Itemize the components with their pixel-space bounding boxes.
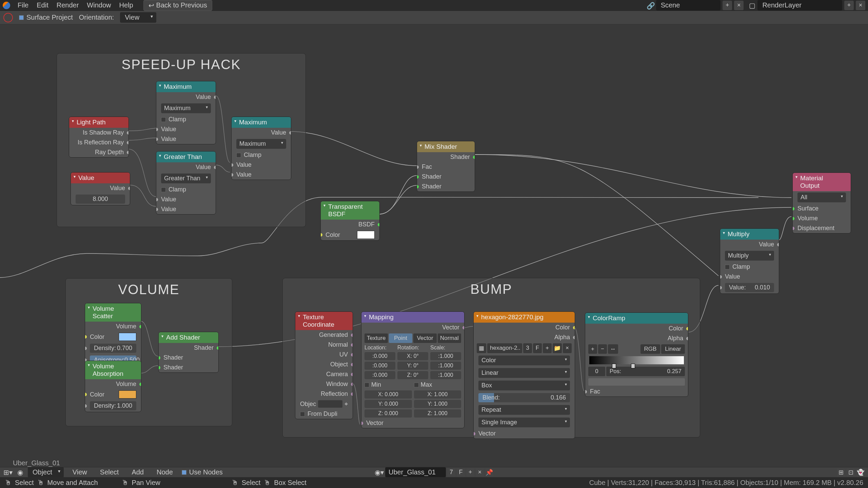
ramp-stop-1[interactable] xyxy=(631,364,635,368)
node-math-maximum-2[interactable]: Maximum Value Maximum Clamp Value Value xyxy=(231,117,291,180)
from-dupli-checkbox[interactable] xyxy=(300,412,305,416)
renderlayer-name-field[interactable]: RenderLayer xyxy=(757,0,842,11)
scl-y[interactable]: :1.000 xyxy=(430,362,461,370)
use-nodes-toggle[interactable]: Use Nodes xyxy=(182,468,223,476)
node-header[interactable]: Add Shader xyxy=(159,332,218,343)
material-unlink-button[interactable]: × xyxy=(476,468,484,476)
node-light-path[interactable]: Light Path Is Shadow Ray Is Reflection R… xyxy=(69,117,129,158)
node-header[interactable]: Light Path xyxy=(69,117,129,128)
unlink-button[interactable]: × xyxy=(563,343,572,353)
node-header[interactable]: Greater Than xyxy=(156,151,216,162)
material-fake-user[interactable]: F xyxy=(457,468,465,476)
node-image-texture[interactable]: hexagon-2822770.jpg Color Alpha ▦ hexago… xyxy=(473,311,575,439)
scl-x[interactable]: :1.000 xyxy=(430,352,461,360)
node-header[interactable]: Mapping xyxy=(361,312,464,323)
stop-position[interactable]: Pos:0.257 xyxy=(606,367,685,376)
rot-x[interactable]: X: 0° xyxy=(397,352,428,360)
min-z[interactable]: Z: 0.000 xyxy=(364,409,412,418)
node-material-output[interactable]: Material Output All Surface Volume Displ… xyxy=(792,172,851,233)
open-image-icon[interactable]: 📁 xyxy=(553,343,562,353)
loc-z[interactable]: :0.000 xyxy=(364,371,395,379)
blend-field[interactable]: Blend:0.166 xyxy=(478,393,570,402)
node-volume-absorption[interactable]: Volume Absorption Volume Color Density:1… xyxy=(85,361,141,412)
ramp-stop-0[interactable] xyxy=(612,364,616,368)
node-header[interactable]: Transparent BSDF xyxy=(321,201,379,220)
rot-y[interactable]: Y: 0° xyxy=(397,362,428,370)
clamp-checkbox[interactable] xyxy=(161,187,166,192)
users-count[interactable]: 3 xyxy=(523,343,532,353)
shading-mode-icon[interactable]: ◉ xyxy=(17,468,23,476)
renderlayer-delete-button[interactable]: × xyxy=(856,1,865,10)
node-header[interactable]: Volume Absorption xyxy=(85,361,141,379)
node-header[interactable]: Value xyxy=(71,172,130,183)
overlay-icon[interactable]: ⊡ xyxy=(847,468,855,476)
material-new-button[interactable]: + xyxy=(466,468,474,476)
fake-user-button[interactable]: F xyxy=(533,343,542,353)
tab-texture[interactable]: Texture xyxy=(364,333,388,343)
clamp-checkbox[interactable] xyxy=(161,117,166,122)
menu-file[interactable]: File xyxy=(14,1,33,9)
menu-help[interactable]: Help xyxy=(115,1,137,9)
min-y[interactable]: Y: 0.000 xyxy=(364,400,412,408)
node-math-greater-than[interactable]: Greater Than Value Greater Than Clamp Va… xyxy=(156,151,216,215)
target-select[interactable]: All xyxy=(797,192,846,202)
menu-edit[interactable]: Edit xyxy=(33,1,52,9)
color-mode-select[interactable]: RGB xyxy=(640,344,660,354)
extension-select[interactable]: Repeat xyxy=(478,405,570,415)
node-editor-canvas[interactable]: SPEED-UP HACK Light Path Is Shadow Ray I… xyxy=(0,24,868,467)
node-colorramp[interactable]: ColorRamp Color Alpha + − ↔ RGB Linear 0… xyxy=(585,312,688,397)
node-value[interactable]: Value Value 8.000 xyxy=(71,172,130,205)
node-math-multiply[interactable]: Multiply Value Multiply Clamp Value Valu… xyxy=(720,228,779,294)
node-add-shader[interactable]: Add Shader Shader Shader Shader xyxy=(158,332,219,373)
material-name-field[interactable]: Uber_Glass_01 xyxy=(385,467,446,477)
ramp-add-button[interactable]: + xyxy=(588,344,597,354)
stop-color-swatch[interactable] xyxy=(588,378,685,386)
projection-select[interactable]: Box xyxy=(478,381,570,390)
node-header[interactable]: ColorRamp xyxy=(585,313,688,324)
node-transparent-bsdf[interactable]: Transparent BSDF BSDF Color xyxy=(320,201,380,241)
object-field[interactable] xyxy=(318,400,342,408)
surface-project-toggle[interactable]: Surface Project xyxy=(19,14,73,21)
scl-z[interactable]: :1.000 xyxy=(430,371,461,379)
loc-y[interactable]: :0.000 xyxy=(364,362,395,370)
max-z[interactable]: Z: 1.000 xyxy=(414,409,461,418)
cursor-tool-icon[interactable] xyxy=(3,13,13,22)
color-swatch[interactable] xyxy=(119,390,136,399)
scene-add-button[interactable]: + xyxy=(723,1,732,10)
node-header[interactable]: Material Output xyxy=(793,173,851,191)
node-header[interactable]: Multiply xyxy=(720,229,779,240)
math-mode-select[interactable]: Maximum xyxy=(236,139,286,149)
source-select[interactable]: Single Image xyxy=(478,418,570,427)
color-swatch[interactable] xyxy=(357,231,375,239)
value-field[interactable]: 8.000 xyxy=(76,195,125,204)
min-checkbox[interactable] xyxy=(364,383,369,387)
min-x[interactable]: X: 0.000 xyxy=(364,390,412,399)
pin-icon[interactable]: 📌 xyxy=(485,468,493,476)
renderlayer-add-button[interactable]: + xyxy=(844,1,854,10)
interpolation-select[interactable]: Linear xyxy=(478,368,570,378)
eyedropper-icon[interactable]: ⌖ xyxy=(344,401,348,408)
max-y[interactable]: Y: 1.000 xyxy=(414,400,461,408)
node-mapping[interactable]: Mapping Vector Texture Point Vector Norm… xyxy=(361,311,465,428)
math-mode-select[interactable]: Maximum xyxy=(161,103,211,113)
new-image-button[interactable]: + xyxy=(543,343,552,353)
stop-index[interactable]: 0 xyxy=(588,367,605,376)
menu-window[interactable]: Window xyxy=(83,1,115,9)
menu-node[interactable]: Node xyxy=(153,468,177,476)
interaction-mode-select[interactable]: Object xyxy=(28,467,64,477)
snap-icon[interactable]: ⊞ xyxy=(837,468,845,476)
interpolation-select[interactable]: Linear xyxy=(661,344,685,354)
material-slot-icon[interactable]: ◉▾ xyxy=(375,468,384,476)
menu-add[interactable]: Add xyxy=(127,468,148,476)
editor-type-icon[interactable]: ⊞▾ xyxy=(3,468,13,476)
clamp-checkbox[interactable] xyxy=(236,153,241,158)
orientation-select[interactable]: View xyxy=(120,12,156,23)
tab-normal[interactable]: Normal xyxy=(438,333,461,343)
max-x[interactable]: X: 1.000 xyxy=(414,390,461,399)
menu-render[interactable]: Render xyxy=(53,1,83,9)
image-browse-icon[interactable]: ▦ xyxy=(477,343,486,353)
loc-x[interactable]: :0.000 xyxy=(364,352,395,360)
value-field[interactable]: Value:0.010 xyxy=(725,283,774,292)
clamp-checkbox[interactable] xyxy=(725,265,730,269)
node-header[interactable]: Mix Shader xyxy=(417,141,475,152)
